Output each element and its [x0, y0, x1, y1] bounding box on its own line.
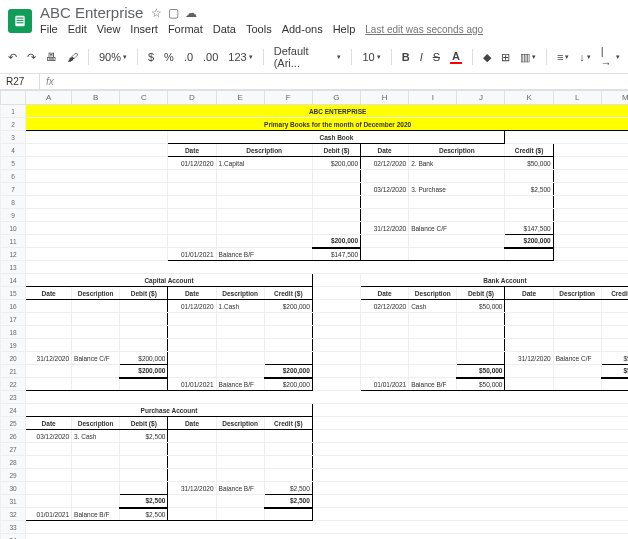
row-header[interactable]: 24: [1, 404, 26, 417]
cell[interactable]: Date: [361, 287, 409, 300]
cell[interactable]: $50,000: [457, 365, 505, 378]
cell[interactable]: $200,000: [264, 365, 312, 378]
cell[interactable]: 01/12/2020: [168, 300, 216, 313]
strike-button[interactable]: S: [433, 51, 440, 63]
cell[interactable]: $50,000: [505, 157, 553, 170]
cell[interactable]: Debit ($): [457, 287, 505, 300]
cell[interactable]: Description: [216, 287, 264, 300]
cell[interactable]: 01/01/2021: [26, 508, 72, 521]
cell[interactable]: Description: [72, 287, 120, 300]
col-header[interactable]: F: [264, 91, 312, 105]
col-header[interactable]: B: [72, 91, 120, 105]
cell[interactable]: 1.Capital: [216, 157, 312, 170]
format-dropdown[interactable]: 123▾: [228, 51, 252, 63]
cell[interactable]: 2. Bank: [409, 157, 505, 170]
cell[interactable]: Cash: [409, 300, 457, 313]
col-header[interactable]: C: [120, 91, 168, 105]
italic-button[interactable]: I: [420, 51, 423, 63]
cell[interactable]: Date: [168, 144, 216, 157]
cell[interactable]: 01/12/2020: [168, 157, 216, 170]
row-header[interactable]: 23: [1, 391, 26, 404]
cell[interactable]: $147,500: [312, 248, 360, 261]
row-header[interactable]: 19: [1, 339, 26, 352]
undo-icon[interactable]: ↶: [8, 51, 17, 64]
col-header[interactable]: K: [505, 91, 553, 105]
cell[interactable]: Date: [168, 287, 216, 300]
cell[interactable]: Description: [409, 287, 457, 300]
cell[interactable]: $2,500: [264, 482, 312, 495]
cell[interactable]: Balance C/F: [553, 352, 601, 365]
paint-format-icon[interactable]: 🖌: [67, 51, 78, 63]
row-header[interactable]: 17: [1, 313, 26, 326]
cell[interactable]: Purchase Account: [26, 404, 313, 417]
cell[interactable]: $2,500: [120, 430, 168, 443]
cell[interactable]: $50,000: [601, 352, 628, 365]
halign-icon[interactable]: ≡ ▾: [557, 51, 569, 63]
text-color-button[interactable]: A: [450, 50, 462, 64]
move-icon[interactable]: ▢: [168, 6, 179, 20]
row-header[interactable]: 13: [1, 261, 26, 274]
row-header[interactable]: 27: [1, 443, 26, 456]
cell[interactable]: Bank Account: [361, 274, 628, 287]
cell[interactable]: 01/01/2021: [168, 378, 216, 391]
cell[interactable]: $2,500: [120, 508, 168, 521]
borders-icon[interactable]: ⊞: [501, 51, 510, 64]
cell[interactable]: 02/12/2020: [361, 157, 409, 170]
row-header[interactable]: 20: [1, 352, 26, 365]
cell[interactable]: $2,500: [505, 183, 553, 196]
sheets-logo[interactable]: [8, 9, 32, 33]
cell[interactable]: Balance B/F: [409, 378, 457, 391]
cell[interactable]: 31/12/2020: [168, 482, 216, 495]
cell[interactable]: Balance C/F: [72, 352, 120, 365]
cell[interactable]: $50,000: [601, 365, 628, 378]
row-header[interactable]: 28: [1, 456, 26, 469]
cell[interactable]: Primary Books for the month of December …: [26, 118, 628, 131]
cell[interactable]: $200,000: [120, 365, 168, 378]
row-header[interactable]: 6: [1, 170, 26, 183]
row-header[interactable]: 25: [1, 417, 26, 430]
row-header[interactable]: 12: [1, 248, 26, 261]
cell[interactable]: $200,000: [264, 378, 312, 391]
menu-file[interactable]: File: [40, 23, 58, 35]
col-header[interactable]: J: [457, 91, 505, 105]
row-header[interactable]: 30: [1, 482, 26, 495]
col-header[interactable]: L: [553, 91, 601, 105]
cell[interactable]: Cash Book: [168, 131, 505, 144]
cell[interactable]: 31/12/2020: [505, 352, 553, 365]
wrap-icon[interactable]: |→ ▾: [601, 45, 620, 69]
bold-button[interactable]: B: [402, 51, 410, 63]
cell[interactable]: Date: [26, 287, 72, 300]
row-header[interactable]: 8: [1, 196, 26, 209]
row-header[interactable]: 4: [1, 144, 26, 157]
cell[interactable]: Balance C/F: [409, 222, 505, 235]
percent-button[interactable]: %: [164, 51, 174, 63]
row-header[interactable]: 18: [1, 326, 26, 339]
font-dropdown[interactable]: Default (Ari... ▾: [274, 45, 342, 69]
row-header[interactable]: 10: [1, 222, 26, 235]
formula-bar[interactable]: [60, 80, 628, 84]
row-header[interactable]: 11: [1, 235, 26, 248]
name-box[interactable]: R27: [0, 74, 40, 89]
row-header[interactable]: 3: [1, 131, 26, 144]
doc-title[interactable]: ABC Enterprise: [40, 4, 143, 21]
menu-format[interactable]: Format: [168, 23, 203, 35]
col-header[interactable]: H: [361, 91, 409, 105]
menu-addons[interactable]: Add-ons: [282, 23, 323, 35]
row-header[interactable]: 15: [1, 287, 26, 300]
cell[interactable]: $2,500: [120, 495, 168, 508]
menu-insert[interactable]: Insert: [130, 23, 158, 35]
col-header[interactable]: A: [26, 91, 72, 105]
cell[interactable]: Credit ($): [601, 287, 628, 300]
row-header[interactable]: 5: [1, 157, 26, 170]
cell[interactable]: Description: [216, 417, 264, 430]
row-header[interactable]: 1: [1, 105, 26, 118]
cell[interactable]: $200,000: [264, 300, 312, 313]
cell[interactable]: $2,500: [264, 495, 312, 508]
cell[interactable]: 3. Purchase: [409, 183, 505, 196]
cell[interactable]: 01/01/2021: [168, 248, 216, 261]
row-header[interactable]: 21: [1, 365, 26, 378]
menu-help[interactable]: Help: [333, 23, 356, 35]
fill-color-icon[interactable]: ◆: [483, 51, 491, 64]
row-header[interactable]: 22: [1, 378, 26, 391]
cell[interactable]: Date: [361, 144, 409, 157]
